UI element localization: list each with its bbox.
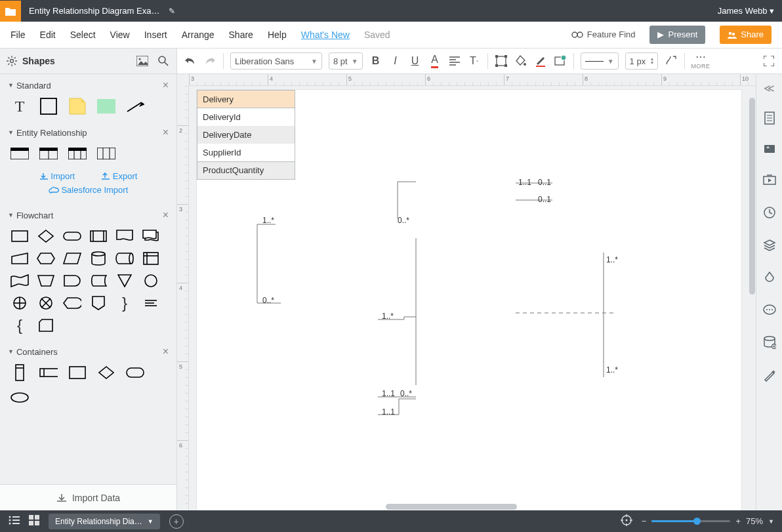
block-shape[interactable]	[97, 99, 115, 113]
add-page-button[interactable]: +	[169, 514, 184, 529]
fc-sumjunc[interactable]	[37, 296, 55, 310]
fc-delay[interactable]	[63, 274, 81, 288]
edit-title-icon[interactable]: ✎	[169, 7, 175, 16]
close-icon[interactable]: ×	[163, 127, 169, 138]
group-standard[interactable]: ▼Standard×	[0, 74, 176, 96]
fc-note[interactable]	[142, 296, 160, 310]
menu-insert[interactable]: Insert	[144, 30, 167, 40]
target-icon[interactable]	[621, 514, 632, 528]
data-icon[interactable]	[763, 336, 776, 352]
menu-share[interactable]: Share	[229, 30, 253, 40]
textformat-icon[interactable]: T◦	[468, 54, 481, 68]
menu-file[interactable]: File	[10, 30, 26, 40]
boundingbox-icon[interactable]	[495, 54, 508, 68]
entity-delivery[interactable]: Delivery DeliveryId DeliveryDate Supplie…	[197, 90, 295, 162]
import-link[interactable]: Import	[39, 171, 75, 181]
zoom-in-icon[interactable]: +	[735, 516, 741, 526]
fc-papertape[interactable]	[10, 274, 29, 288]
fc-brace-l[interactable]: {	[10, 318, 29, 333]
redo-icon[interactable]	[203, 54, 216, 68]
grid-icon[interactable]	[29, 515, 39, 527]
font-select[interactable]: Liberation Sans▼	[230, 52, 322, 70]
ct-1[interactable]	[10, 365, 29, 380]
linestyle-select[interactable]: ▼	[581, 52, 619, 70]
canvas[interactable]: Supplier DeliveryId DeliveryDate Supplie…	[189, 86, 756, 510]
fc-process[interactable]	[10, 229, 29, 243]
fc-storeddata[interactable]	[89, 274, 108, 288]
fc-internalstorage[interactable]	[142, 251, 160, 266]
note-shape[interactable]	[68, 99, 87, 113]
ct-6[interactable]	[10, 390, 29, 405]
zoom-slider[interactable]	[651, 520, 730, 522]
close-icon[interactable]: ×	[163, 346, 169, 358]
search-icon[interactable]	[157, 54, 170, 68]
linewidth-select[interactable]: 1 px▴▾	[625, 52, 658, 70]
close-icon[interactable]: ×	[163, 209, 169, 221]
group-entity[interactable]: ▼Entity Relationship×	[0, 121, 176, 144]
feature-find[interactable]: Feature Find	[571, 30, 636, 39]
text-shape[interactable]: T	[10, 99, 29, 113]
gear-icon[interactable]	[7, 56, 17, 66]
fullscreen-icon[interactable]	[762, 54, 775, 68]
fc-multidoc[interactable]	[142, 229, 160, 243]
ct-4[interactable]	[97, 365, 115, 380]
fc-database[interactable]	[89, 251, 108, 266]
er-shape-2[interactable]	[39, 146, 58, 161]
fc-data[interactable]	[63, 251, 81, 266]
fontsize-select[interactable]: 8 pt▼	[329, 52, 363, 70]
outline-icon[interactable]	[8, 516, 20, 527]
doc-title[interactable]: Entity Relationship Diagram Exa…	[29, 6, 159, 16]
page[interactable]: Supplier DeliveryId DeliveryDate Supplie…	[197, 90, 741, 510]
fc-manualop[interactable]	[37, 274, 55, 288]
fc-or[interactable]	[10, 296, 29, 310]
user-menu[interactable]: James Webb ▾	[718, 6, 774, 16]
textcolor-icon[interactable]: A	[428, 54, 442, 68]
arrow-shape[interactable]	[126, 99, 144, 113]
er-shape-1[interactable]	[10, 146, 29, 161]
shapesettings-icon[interactable]	[554, 54, 567, 68]
page-tab[interactable]: Entity Relationship Dia… ▼	[49, 514, 160, 529]
import-data-button[interactable]: Import Data	[0, 484, 176, 510]
layers-icon[interactable]	[763, 239, 776, 255]
fc-predef[interactable]	[89, 229, 108, 243]
bold-icon[interactable]: B	[369, 54, 382, 68]
present-icon[interactable]	[763, 174, 776, 189]
fc-display[interactable]	[63, 296, 81, 310]
magic-icon[interactable]	[763, 369, 776, 384]
fc-terminator[interactable]	[63, 229, 81, 243]
salesforce-import-link[interactable]: Salesforce Import	[0, 185, 176, 204]
export-link[interactable]: Export	[101, 171, 137, 181]
connector-icon[interactable]	[665, 54, 678, 68]
whats-new-link[interactable]: What's New	[301, 30, 350, 40]
page-settings-icon[interactable]	[764, 112, 775, 127]
menu-help[interactable]: Help	[268, 30, 287, 40]
menu-select[interactable]: Select	[70, 30, 96, 40]
share-button[interactable]: Share	[720, 26, 772, 44]
align-icon[interactable]	[448, 54, 461, 68]
fc-directdata[interactable]	[115, 251, 134, 266]
ct-2[interactable]	[39, 365, 58, 380]
group-containers[interactable]: ▼Containers×	[0, 340, 176, 363]
italic-icon[interactable]: I	[389, 54, 402, 68]
chat-icon[interactable]	[763, 304, 776, 319]
fc-brace-r[interactable]: }	[115, 296, 134, 310]
undo-icon[interactable]	[184, 54, 197, 68]
fc-preparation[interactable]	[37, 251, 55, 266]
image-icon[interactable]	[136, 54, 149, 68]
fc-document[interactable]	[115, 229, 134, 243]
fc-card[interactable]	[37, 318, 55, 333]
ct-3[interactable]	[68, 365, 87, 380]
fill-icon[interactable]	[514, 54, 527, 68]
scrollbar-h[interactable]	[386, 504, 517, 510]
fc-manualinput[interactable]	[10, 251, 29, 266]
close-icon[interactable]: ×	[163, 79, 169, 91]
group-flowchart[interactable]: ▼Flowchart×	[0, 204, 176, 226]
fc-decision[interactable]	[37, 229, 55, 243]
more-icon[interactable]: ⋯	[694, 50, 707, 63]
zoom-control[interactable]: − + 75% ▼	[642, 516, 774, 526]
menu-edit[interactable]: Edit	[40, 30, 56, 40]
comments-icon[interactable]: ❝	[764, 144, 775, 157]
zoom-value[interactable]: 75%	[746, 516, 763, 526]
menu-arrange[interactable]: Arrange	[182, 30, 215, 40]
fc-connector[interactable]	[142, 274, 160, 288]
